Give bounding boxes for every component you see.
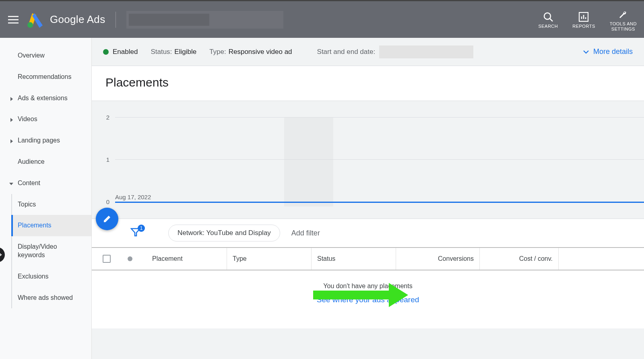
top-actions: SEARCH REPORTS TOOLS AND SETTINGS xyxy=(531,1,644,38)
sidebar-content-submenu: Topics Placements Display/Video keywords… xyxy=(11,194,91,309)
sidebar-item-placements[interactable]: Placements xyxy=(11,215,91,236)
search-button[interactable]: SEARCH xyxy=(531,10,565,29)
ytick: 2 xyxy=(106,114,109,121)
reports-label: REPORTS xyxy=(572,24,595,29)
chart-x-start-label: Aug 17, 2022 xyxy=(115,194,151,200)
col-status[interactable]: Status xyxy=(312,248,396,270)
sidebar: Overview Recommendations Ads & extension… xyxy=(0,38,92,359)
tools-settings-button[interactable]: TOOLS AND SETTINGS xyxy=(603,8,644,31)
gridline xyxy=(115,159,644,160)
table-header: Placement Type Status Conversions Cost /… xyxy=(92,247,644,270)
date-redacted xyxy=(379,45,473,58)
pencil-icon xyxy=(103,215,111,223)
chart-x-axis xyxy=(115,202,644,203)
sidebar-item-videos[interactable]: Videos xyxy=(0,109,91,130)
sidebar-expand-button[interactable] xyxy=(0,247,5,262)
empty-state: You don't have any placements See where … xyxy=(92,270,644,328)
sidebar-item-display-video-keywords[interactable]: Display/Video keywords xyxy=(12,236,91,266)
account-selector-redacted[interactable] xyxy=(126,11,283,29)
search-label: SEARCH xyxy=(538,24,558,29)
top-app-bar: Google Ads SEARCH REPORTS TOOLS AND SETT… xyxy=(0,0,644,38)
chart-plot: 2 1 0 xyxy=(115,117,644,202)
col-placement[interactable]: Placement xyxy=(138,248,227,270)
status-enabled: Enabled xyxy=(103,48,138,56)
sidebar-item-overview[interactable]: Overview xyxy=(0,45,91,66)
sidebar-item-exclusions[interactable]: Exclusions xyxy=(12,266,91,287)
ytick: 1 xyxy=(106,156,109,163)
sidebar-item-audience[interactable]: Audience xyxy=(0,151,91,173)
col-conversions[interactable]: Conversions xyxy=(396,248,480,270)
svg-line-5 xyxy=(550,19,553,21)
gridline xyxy=(115,117,644,118)
reports-button[interactable]: REPORTS xyxy=(565,10,602,29)
filter-badge: 1 xyxy=(138,225,145,232)
main-area: Overview Recommendations Ads & extension… xyxy=(0,38,644,359)
menu-icon[interactable] xyxy=(8,16,19,24)
col-type[interactable]: Type xyxy=(227,248,312,270)
tools-label: TOOLS AND SETTINGS xyxy=(610,21,637,31)
col-extra xyxy=(559,248,644,270)
select-all-checkbox[interactable] xyxy=(92,248,122,270)
wrench-icon xyxy=(618,8,628,21)
status-eligibility: Status: Eligible xyxy=(151,48,196,56)
page-title: Placements xyxy=(92,66,644,101)
content: Enabled Status: Eligible Type: Responsiv… xyxy=(92,38,644,359)
filter-bar: 1 Network: YouTube and Display Add filte… xyxy=(92,219,644,247)
filter-button[interactable]: 1 xyxy=(130,227,141,239)
google-ads-logo-icon xyxy=(27,12,44,28)
sidebar-item-recommendations[interactable]: Recommendations xyxy=(0,66,91,88)
status-type: Type: Responsive video ad xyxy=(209,48,292,56)
sidebar-item-topics[interactable]: Topics xyxy=(12,194,91,215)
reports-icon xyxy=(578,10,589,24)
col-cost-per-conv[interactable]: Cost / conv. xyxy=(480,248,559,270)
sidebar-item-ads-extensions[interactable]: Ads & extensions xyxy=(0,88,91,109)
status-dot-icon xyxy=(103,49,109,55)
chevron-down-icon xyxy=(583,49,589,55)
svg-point-4 xyxy=(544,13,551,19)
filter-chip-network[interactable]: Network: YouTube and Display xyxy=(168,225,280,241)
logo-text: Google Ads xyxy=(50,13,105,26)
sidebar-item-landing-pages[interactable]: Landing pages xyxy=(0,130,91,151)
status-date: Start and end date: xyxy=(317,45,474,58)
status-dot-column xyxy=(122,248,138,270)
logo[interactable]: Google Ads xyxy=(27,12,105,28)
sidebar-item-where-ads-showed[interactable]: Where ads showed xyxy=(12,287,91,309)
enabled-label: Enabled xyxy=(113,48,138,56)
add-placement-fab[interactable] xyxy=(96,208,118,230)
more-details-button[interactable]: More details xyxy=(583,47,633,56)
search-icon xyxy=(543,10,553,24)
svg-point-3 xyxy=(27,22,33,28)
ytick: 0 xyxy=(106,198,109,205)
chart: 2 1 0 Aug 17, 2022 xyxy=(92,101,644,219)
sidebar-item-content[interactable]: Content xyxy=(0,173,91,194)
divider xyxy=(116,12,116,28)
empty-message: You don't have any placements xyxy=(92,283,644,290)
add-filter-button[interactable]: Add filter xyxy=(291,229,320,237)
status-bar: Enabled Status: Eligible Type: Responsiv… xyxy=(92,38,644,66)
chart-hover-band xyxy=(284,117,333,206)
